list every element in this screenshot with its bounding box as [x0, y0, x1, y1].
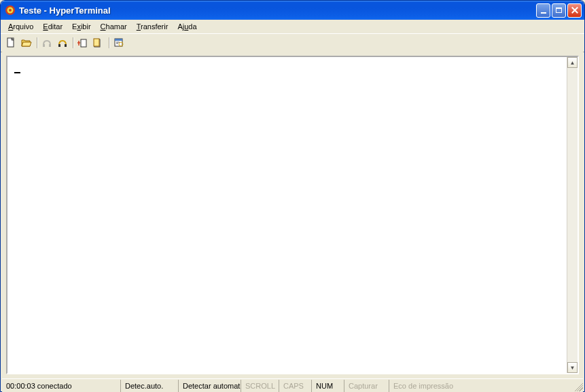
- send-button[interactable]: [75, 35, 90, 50]
- status-capture: Capturar: [344, 380, 389, 392]
- menu-transferir[interactable]: Transferir: [132, 21, 173, 32]
- window-controls: [536, 3, 582, 18]
- window-title: Teste - HyperTerminal: [19, 5, 536, 16]
- toolbar: [1, 33, 584, 52]
- svg-rect-7: [65, 44, 67, 47]
- menu-editar[interactable]: Editar: [38, 21, 67, 32]
- receive-icon: [93, 37, 104, 48]
- status-bar: 00:00:03 conectado Detec.auto. Detectar …: [2, 378, 583, 392]
- connect-icon: [41, 37, 52, 48]
- properties-icon: [113, 37, 124, 48]
- titlebar: Teste - HyperTerminal: [1, 1, 584, 20]
- connect-button[interactable]: [39, 35, 54, 50]
- new-button[interactable]: [3, 35, 18, 50]
- open-icon: [21, 37, 32, 48]
- scroll-track[interactable]: [567, 68, 578, 362]
- menu-exibir[interactable]: Exibir: [67, 21, 96, 32]
- terminal-frame: ▲ ▼: [6, 56, 579, 374]
- status-echo: Eco de impressão: [389, 380, 464, 392]
- svg-rect-8: [81, 39, 86, 47]
- disconnect-icon: [57, 37, 68, 48]
- status-caps: CAPS: [279, 380, 312, 392]
- status-setting: Detectar automat: [179, 380, 241, 392]
- toolbar-separator: [71, 35, 75, 50]
- menu-bar: Arquivo Editar Exibir Chamar Transferir …: [1, 20, 584, 33]
- open-button[interactable]: [19, 35, 34, 50]
- minimize-button[interactable]: [536, 3, 550, 18]
- menu-arquivo[interactable]: Arquivo: [3, 21, 38, 32]
- app-icon: [5, 5, 16, 16]
- status-detect: Detec.auto.: [121, 380, 179, 392]
- cursor-icon: [14, 64, 20, 73]
- svg-point-2: [9, 9, 12, 12]
- svg-rect-5: [49, 44, 51, 47]
- content-area: ▲ ▼: [2, 52, 583, 378]
- menu-ajuda[interactable]: Ajuda: [173, 21, 201, 32]
- svg-rect-12: [115, 39, 122, 41]
- menu-chamar[interactable]: Chamar: [96, 21, 132, 32]
- receive-button[interactable]: [91, 35, 106, 50]
- scroll-up-button[interactable]: ▲: [567, 57, 578, 68]
- status-scroll: SCROLL: [241, 380, 279, 392]
- svg-rect-6: [58, 44, 60, 47]
- svg-rect-10: [94, 39, 99, 46]
- terminal-area[interactable]: [7, 57, 567, 373]
- send-icon: [77, 37, 88, 48]
- toolbar-separator: [35, 35, 39, 50]
- properties-button[interactable]: [111, 35, 126, 50]
- svg-rect-4: [43, 44, 45, 47]
- status-connection: 00:00:03 conectado: [2, 380, 121, 392]
- disconnect-button[interactable]: [55, 35, 70, 50]
- close-button[interactable]: [567, 3, 582, 18]
- vertical-scrollbar[interactable]: ▲ ▼: [567, 57, 578, 373]
- maximize-button[interactable]: [552, 3, 566, 18]
- scroll-down-button[interactable]: ▼: [567, 362, 578, 373]
- toolbar-separator: [107, 35, 111, 50]
- status-num: NUM: [312, 380, 344, 392]
- resize-grip[interactable]: [572, 380, 583, 391]
- new-icon: [5, 37, 16, 48]
